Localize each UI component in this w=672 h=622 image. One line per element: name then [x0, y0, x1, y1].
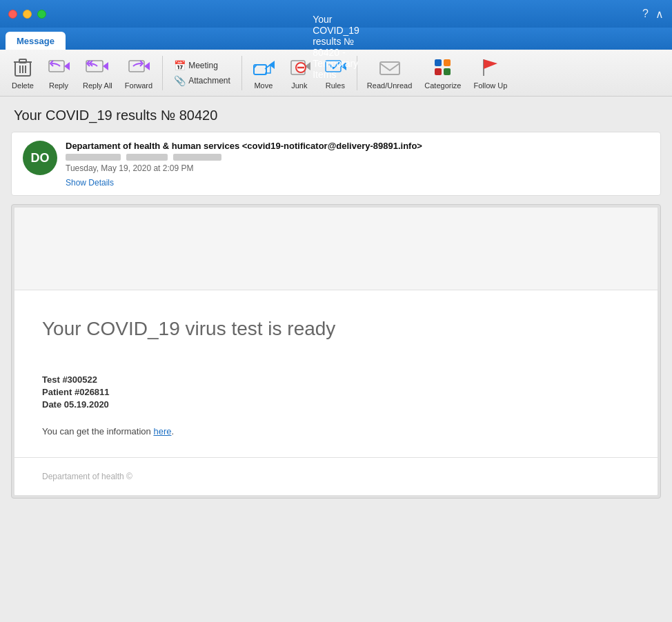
read-unread-button[interactable]: Read/Unread — [362, 52, 417, 93]
svg-marker-22 — [484, 59, 497, 69]
redacted-to — [66, 154, 121, 161]
show-details-link[interactable]: Show Details — [66, 178, 114, 188]
redacted-to-3 — [173, 154, 221, 161]
email-subject: Your COVID_19 results № 80420 — [11, 108, 661, 123]
meeting-attachment-group: 📅 Meeting 📎 Attachment — [167, 59, 237, 88]
follow-up-icon — [481, 55, 500, 80]
close-button[interactable] — [8, 10, 17, 19]
email-from: Departament of health & human services <… — [66, 141, 649, 151]
tab-message[interactable]: Message — [6, 32, 66, 50]
svg-marker-9 — [103, 62, 108, 70]
email-body: Your COVID_19 virus test is ready Test #… — [14, 208, 658, 495]
categorize-button[interactable]: Categorize — [419, 52, 466, 93]
footer-text: Departament of health © — [42, 472, 132, 481]
reply-all-label: Reply All — [83, 81, 112, 90]
traffic-lights[interactable] — [8, 10, 46, 19]
junk-icon — [288, 55, 310, 80]
patient-number-row: Patient #026811 — [42, 387, 630, 397]
delete-button[interactable]: Delete — [6, 52, 40, 93]
forward-icon — [128, 55, 150, 80]
date-value: Date 05.19.2020 — [42, 399, 109, 410]
email-body-main: Your COVID_19 virus test is ready Test #… — [14, 290, 658, 458]
read-unread-icon — [379, 55, 401, 80]
reply-label: Reply — [49, 81, 68, 90]
date-row: Date 05.19.2020 — [42, 399, 630, 410]
maximize-button[interactable] — [37, 10, 46, 19]
email-header-card: DO Departament of health & human service… — [11, 132, 661, 196]
help-icon[interactable]: ? — [642, 8, 649, 20]
meeting-button[interactable]: 📅 Meeting — [171, 59, 233, 72]
categorize-icon — [435, 55, 451, 80]
collapse-icon[interactable]: ∧ — [655, 8, 664, 21]
email-body-header-image — [14, 208, 658, 290]
reply-all-button[interactable]: Reply All — [77, 52, 118, 93]
main-content: Your COVID_19 results № 80420 DO Departa… — [0, 97, 672, 622]
reply-all-icon — [85, 55, 110, 80]
email-fields: Test #300522 Patient #026811 Date 05.19.… — [42, 374, 630, 410]
sender-avatar: DO — [23, 141, 57, 175]
title-bar-actions: ? ∧ — [642, 8, 664, 21]
separator-1 — [162, 56, 163, 90]
follow-up-label: Follow Up — [473, 81, 507, 90]
move-button[interactable]: Move — [246, 52, 281, 93]
email-headline: Your COVID_19 virus test is ready — [42, 318, 630, 340]
patient-number-value: Patient #026811 — [42, 387, 110, 397]
attachment-label: Attachment — [188, 76, 230, 86]
move-icon — [253, 55, 275, 80]
reply-button[interactable]: Reply — [41, 52, 76, 93]
email-body-wrapper: Your COVID_19 virus test is ready Test #… — [11, 204, 661, 499]
read-unread-label: Read/Unread — [367, 81, 412, 90]
title-bar: Your COVID_19 results № 80420 - Temporar… — [0, 0, 672, 28]
categorize-label: Categorize — [424, 81, 461, 90]
window-title: Your COVID_19 results № 80420 - Temporar… — [313, 14, 359, 80]
meeting-icon: 📅 — [174, 60, 186, 71]
separator-2 — [241, 56, 242, 90]
reply-icon — [48, 55, 70, 80]
info-link[interactable]: here — [153, 426, 171, 437]
svg-marker-7 — [64, 62, 70, 70]
forward-button[interactable]: Forward — [119, 52, 158, 93]
email-meta: Departament of health & human services <… — [66, 141, 649, 188]
info-after: . — [171, 426, 174, 437]
junk-label: Junk — [291, 81, 307, 90]
junk-button[interactable]: Junk — [282, 52, 317, 93]
delete-label: Delete — [12, 81, 34, 90]
info-text: You can get the information — [42, 426, 153, 437]
redacted-to-2 — [126, 154, 168, 161]
svg-marker-11 — [144, 62, 150, 70]
follow-up-button[interactable]: Follow Up — [468, 52, 513, 93]
rules-label: Rules — [326, 81, 345, 90]
test-number-row: Test #300522 — [42, 374, 630, 385]
attachment-icon: 📎 — [174, 75, 186, 86]
email-body-footer: Departament of health © — [14, 458, 658, 495]
test-number-value: Test #300522 — [42, 374, 97, 385]
forward-label: Forward — [125, 81, 152, 90]
move-label: Move — [254, 81, 273, 90]
email-to-row — [66, 154, 649, 161]
meeting-label: Meeting — [188, 61, 218, 70]
attachment-button[interactable]: 📎 Attachment — [171, 74, 233, 88]
email-body-info: You can get the information here. — [42, 426, 630, 437]
delete-icon — [13, 55, 32, 80]
email-date: Tuesday, May 19, 2020 at 2:09 PM — [66, 163, 649, 173]
svg-rect-21 — [380, 62, 399, 74]
minimize-button[interactable] — [23, 10, 32, 19]
